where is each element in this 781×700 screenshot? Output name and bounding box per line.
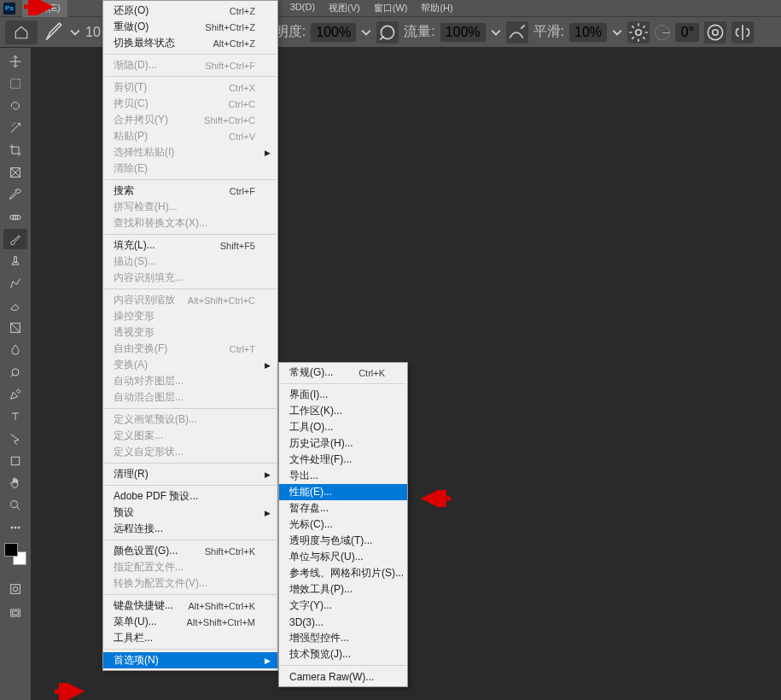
move-icon <box>9 55 22 68</box>
tool-eraser[interactable] <box>3 295 27 316</box>
tool-stamp[interactable] <box>3 251 27 271</box>
menu-item: 指定配置文件... <box>103 559 277 575</box>
submenu-item[interactable]: 单位与标尺(U)... <box>279 549 407 565</box>
tool-pen[interactable] <box>3 384 27 405</box>
submenu-item[interactable]: 历史记录(H)... <box>279 435 407 452</box>
menu-separator <box>104 594 277 595</box>
submenu-item[interactable]: 技术预览(J)... <box>279 646 407 662</box>
menu-item-label: 拷贝(C) <box>114 96 229 111</box>
submenu-item[interactable]: 文字(Y)... <box>279 598 407 614</box>
smooth-value[interactable]: 10% <box>569 23 607 42</box>
submenu-arrow-icon: ▶ <box>265 470 271 479</box>
tool-marquee[interactable] <box>3 73 27 94</box>
menu-item[interactable]: 键盘快捷键...Alt+Shift+Ctrl+K <box>103 598 277 614</box>
opacity-value[interactable]: 100% <box>311 23 356 42</box>
quickmask-button[interactable] <box>3 579 27 599</box>
tool-brush[interactable] <box>3 229 27 249</box>
menu-item[interactable]: 颜色设置(G)...Shift+Ctrl+K <box>103 543 277 559</box>
preferences-submenu: 常规(G)...Ctrl+K界面(I)...工作区(K)...工具(O)...历… <box>278 362 408 687</box>
angle-value[interactable]: 0° <box>675 23 699 42</box>
chevron-down-icon[interactable] <box>70 27 80 38</box>
menubar-item-4[interactable]: 窗口(W) <box>367 0 415 17</box>
chevron-down-icon[interactable] <box>361 27 371 38</box>
menubar-item-5[interactable]: 帮助(H) <box>414 0 459 17</box>
foreground-color[interactable] <box>4 543 18 557</box>
chevron-down-icon[interactable] <box>612 27 622 38</box>
menu-item[interactable]: 搜索Ctrl+F <box>103 183 277 199</box>
tool-path[interactable] <box>3 429 27 449</box>
menu-item-label: 选择性粘贴(I) <box>114 145 255 160</box>
menu-item[interactable]: 重做(O)Shift+Ctrl+Z <box>103 19 277 35</box>
airbrush-button[interactable] <box>506 21 528 44</box>
submenu-item[interactable]: 暂存盘... <box>279 500 407 516</box>
submenu-item[interactable]: 常规(G)...Ctrl+K <box>279 365 407 381</box>
menu-item-label: 自由变换(F) <box>114 341 230 356</box>
home-button[interactable] <box>5 20 38 44</box>
submenu-item[interactable]: 增强型控件... <box>279 630 407 646</box>
submenu-item[interactable]: Camera Raw(W)... <box>279 668 407 685</box>
tool-hand[interactable] <box>3 473 27 493</box>
angle-dial[interactable] <box>655 25 670 40</box>
tool-healing[interactable] <box>3 207 27 227</box>
tool-preset-picker[interactable] <box>43 21 65 44</box>
symmetry-button[interactable] <box>731 21 754 44</box>
tool-wand[interactable] <box>3 118 27 138</box>
menu-item[interactable]: 清理(R)▶ <box>103 466 277 482</box>
submenu-item[interactable]: 导出... <box>279 468 407 484</box>
tool-frame[interactable] <box>3 162 27 183</box>
submenu-item[interactable]: 工作区(K)... <box>279 403 407 419</box>
tool-ellipsis[interactable] <box>3 517 27 538</box>
submenu-item[interactable]: 参考线、网格和切片(S)... <box>279 565 407 581</box>
menu-item[interactable]: 菜单(U)...Alt+Shift+Ctrl+M <box>103 614 277 630</box>
pressure-size-button[interactable] <box>704 21 726 44</box>
tool-crop[interactable] <box>3 140 27 160</box>
menu-item: 定义图案... <box>103 428 277 444</box>
menu-item: 透视变形 <box>103 324 277 341</box>
submenu-item[interactable]: 工具(O)... <box>279 419 407 435</box>
tool-eyedropper[interactable] <box>3 184 27 205</box>
flow-value[interactable]: 100% <box>440 23 486 42</box>
chevron-down-icon[interactable] <box>491 27 501 38</box>
menubar-item-3[interactable]: 视图(V) <box>322 0 367 17</box>
menu-item[interactable]: 首选项(N)▶ <box>103 652 277 668</box>
tool-zoom[interactable] <box>3 495 27 516</box>
menu-item[interactable]: 切换最终状态Alt+Ctrl+Z <box>103 35 277 51</box>
color-swatch[interactable] <box>4 543 26 565</box>
menu-item-label: 内容识别填充... <box>114 271 255 285</box>
menu-item[interactable]: 预设▶ <box>103 505 277 521</box>
tool-gradient[interactable] <box>3 318 27 338</box>
submenu-item[interactable]: 性能(E)... <box>279 484 407 500</box>
submenu-item[interactable]: 光标(C)... <box>279 516 407 533</box>
menu-item-label: 清除(E) <box>114 161 255 176</box>
tool-type[interactable] <box>3 406 27 427</box>
tool-blur[interactable] <box>3 340 27 360</box>
menu-item-label: 文件处理(F)... <box>289 452 385 467</box>
screenmode-button[interactable] <box>3 603 27 623</box>
menu-item[interactable]: Adobe PDF 预设... <box>103 488 277 505</box>
submenu-item[interactable]: 3D(3)... <box>279 614 407 630</box>
tool-history[interactable] <box>3 273 27 294</box>
submenu-item[interactable]: 界面(I)... <box>279 387 407 403</box>
pressure-opacity-button[interactable] <box>376 21 399 44</box>
menu-item[interactable]: 远程连接... <box>103 521 277 537</box>
menu-item[interactable]: 工具栏... <box>103 630 277 646</box>
menu-item-shortcut: Alt+Shift+Ctrl+M <box>187 617 255 627</box>
type-icon <box>9 410 22 423</box>
svg-rect-9 <box>11 457 19 464</box>
annotation-arrow-icon <box>53 683 87 700</box>
submenu-item[interactable]: 增效工具(P)... <box>279 581 407 598</box>
menu-item[interactable]: 填充(L)...Shift+F5 <box>103 237 277 254</box>
svg-rect-14 <box>11 585 20 594</box>
menu-item-label: 定义自定形状... <box>114 445 255 459</box>
tool-lasso[interactable] <box>3 96 27 116</box>
tool-dodge[interactable] <box>3 362 27 382</box>
menu-item[interactable]: 还原(O)Ctrl+Z <box>103 3 277 19</box>
smooth-settings-button[interactable] <box>627 21 650 44</box>
submenu-item[interactable]: 透明度与色域(T)... <box>279 533 407 549</box>
tool-rectangle[interactable] <box>3 451 27 471</box>
submenu-item[interactable]: 文件处理(F)... <box>279 452 407 468</box>
tool-move[interactable] <box>3 51 27 72</box>
menu-item-shortcut: Ctrl+X <box>229 83 255 93</box>
menu-item-label: 技术预览(J)... <box>289 647 385 662</box>
menubar-item-2[interactable]: 3D(D) <box>283 0 322 17</box>
